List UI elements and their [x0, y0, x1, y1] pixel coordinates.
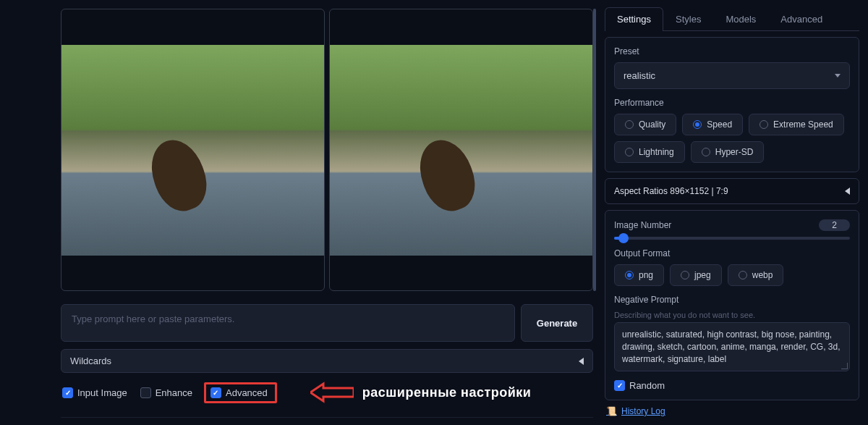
preset-label: Preset — [614, 46, 850, 56]
prompt-input[interactable] — [61, 304, 515, 342]
negative-prompt-input[interactable]: unrealistic, saturated, high contrast, b… — [614, 322, 850, 371]
input-image-checkbox[interactable]: Input Image — [62, 387, 127, 398]
tab-styles[interactable]: Styles — [663, 7, 713, 30]
bottom-tabs — [61, 412, 593, 418]
image-number-value: 2 — [819, 219, 850, 231]
preset-select[interactable]: realistic — [614, 62, 850, 89]
output-image-2[interactable] — [329, 9, 593, 291]
collapse-icon — [579, 358, 584, 365]
performance-hyper-sd[interactable]: Hyper-SD — [691, 141, 765, 163]
generate-button[interactable]: Generate — [521, 304, 593, 342]
tab-settings[interactable]: Settings — [605, 7, 663, 30]
image-number-slider[interactable] — [614, 237, 850, 240]
image-number-label: Image Number — [614, 220, 810, 230]
settings-tabs: Settings Styles Models Advanced — [605, 7, 859, 31]
advanced-checkbox[interactable]: Advanced — [210, 387, 268, 398]
wildcards-label: Wildcards — [70, 355, 111, 366]
tab-models[interactable]: Models — [713, 7, 768, 30]
collapse-icon — [845, 188, 850, 195]
format-webp[interactable]: webp — [728, 264, 784, 286]
format-jpeg[interactable]: jpeg — [670, 264, 722, 286]
image-scrollbar[interactable] — [593, 9, 596, 291]
performance-speed[interactable]: Speed — [682, 114, 743, 135]
red-arrow-icon — [310, 382, 354, 403]
annotation-text: расширенные настройки — [362, 385, 532, 400]
output-format-label: Output Format — [614, 248, 850, 258]
output-image-1[interactable] — [61, 9, 325, 291]
tab-advanced[interactable]: Advanced — [768, 7, 835, 30]
performance-lightning[interactable]: Lightning — [614, 141, 685, 163]
aspect-ratio-collapse[interactable]: Aspect Ratios 896×1152 | 7:9 — [605, 178, 859, 204]
negative-prompt-label: Negative Prompt — [614, 295, 850, 305]
advanced-highlight: Advanced — [204, 382, 277, 403]
enhance-checkbox[interactable]: Enhance — [140, 387, 192, 398]
performance-label: Performance — [614, 98, 850, 108]
wildcards-collapse[interactable]: Wildcards — [61, 349, 593, 373]
chevron-down-icon — [835, 74, 841, 77]
output-image-grid — [61, 9, 593, 291]
random-checkbox[interactable]: Random — [614, 380, 850, 391]
performance-quality[interactable]: Quality — [614, 114, 676, 135]
performance-extreme-speed[interactable]: Extreme Speed — [749, 114, 844, 135]
negative-prompt-hint: Describing what you do not want to see. — [614, 311, 850, 319]
format-png[interactable]: png — [614, 264, 664, 286]
history-icon: 📜 — [606, 406, 617, 416]
history-log-link[interactable]: 📜 History Log — [605, 406, 859, 416]
